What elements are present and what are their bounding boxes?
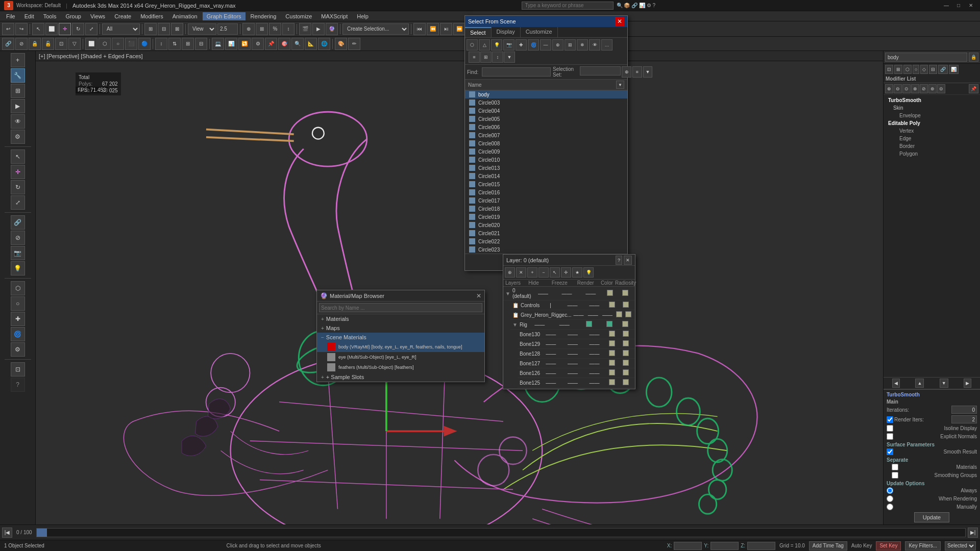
render-last[interactable]: ▶	[312, 23, 325, 35]
sd-btn-targets[interactable]: ⊕	[552, 39, 564, 51]
layer-item-bone129[interactable]: Bone129 —— —— ——	[518, 339, 635, 349]
menu-help[interactable]: Help	[353, 12, 373, 20]
sub-btn-25[interactable]: 🎨	[335, 38, 347, 50]
layer-item-controls[interactable]: 📋 Controls | —— ——	[510, 300, 635, 310]
anim-play[interactable]: ⏮	[413, 23, 426, 35]
render-scene[interactable]: 🎬	[299, 23, 311, 35]
select-region-btn[interactable]: ⬜	[45, 23, 58, 35]
layer-item-bone130[interactable]: Bone130 —— —— ——	[518, 330, 635, 339]
layer-render-default[interactable]: ——	[579, 291, 603, 296]
ml-btn-2[interactable]: ⊖	[894, 84, 902, 93]
ml-btn-6[interactable]: ⊛	[928, 84, 937, 93]
key-filters-btn[interactable]: Key Filters...	[905, 541, 941, 550]
mod-icon-2[interactable]: ⊞	[894, 65, 902, 74]
sort-name-btn[interactable]: ▼	[616, 81, 624, 89]
layer-item-bone106[interactable]: Bone106 —— —— ——	[518, 388, 635, 389]
sub-btn-1[interactable]: 🔗	[2, 38, 14, 50]
mod-icon-8[interactable]: 📊	[949, 65, 959, 74]
layer-item-default[interactable]: ▼ 0 (default) —— —— ——	[503, 287, 635, 300]
select-tab-customize[interactable]: Customize	[521, 27, 558, 37]
percent-snap[interactable]: %	[269, 23, 281, 35]
lc-render-129[interactable]: ——	[583, 341, 605, 347]
menu-views[interactable]: Views	[86, 12, 109, 20]
modifier-edge[interactable]: Edge	[885, 135, 978, 142]
layer-btn[interactable]: ⊠	[171, 23, 183, 35]
select-dialog-list[interactable]: body Circle003 Circle004 Circle005 Circl…	[465, 90, 627, 254]
menu-create[interactable]: Create	[110, 12, 135, 20]
sd-btn-groups[interactable]: ⊞	[565, 39, 576, 51]
select-tab-display[interactable]: Display	[492, 27, 521, 37]
menu-rendering[interactable]: Rendering	[247, 12, 281, 20]
layer-render-greyheron[interactable]: ——	[600, 312, 615, 318]
lc-freeze-127[interactable]: ——	[562, 361, 584, 366]
ml-btn-3[interactable]: ⊙	[902, 84, 911, 93]
rotate-btn[interactable]: ↻	[72, 23, 84, 35]
layer-freeze-controls[interactable]: ——	[561, 303, 583, 308]
sub-btn-13[interactable]: ⇅	[168, 38, 181, 50]
sd-btn-frozen[interactable]: ❄	[577, 39, 588, 51]
list-item-circle016[interactable]: Circle016	[465, 188, 627, 196]
modifier-border[interactable]: Border	[885, 142, 978, 150]
layer-move-btn[interactable]: ✛	[561, 267, 571, 278]
left-light-btn[interactable]: 💡	[11, 261, 25, 276]
when-rendering-radio[interactable]	[887, 495, 893, 502]
list-item-circle022[interactable]: Circle022	[465, 237, 627, 245]
scene-materials-category[interactable]: − Scene Materials	[317, 333, 484, 342]
layer-color-default[interactable]	[603, 290, 618, 297]
list-item-circle023[interactable]: Circle023	[465, 245, 627, 254]
materials-category[interactable]: + Materials	[317, 314, 484, 323]
lock-selection-btn[interactable]: 🔒	[969, 53, 978, 62]
sd-btn-cameras[interactable]: 📷	[503, 39, 514, 51]
command-panel-hierarchy[interactable]: ⊞	[11, 84, 25, 98]
update-button[interactable]: Update	[914, 512, 949, 522]
select-tab-select[interactable]: Select	[465, 27, 492, 37]
modifier-turbosmoothmod[interactable]: TurboSmooth	[885, 96, 978, 104]
list-item-circle019[interactable]: Circle019	[465, 213, 627, 221]
sub-btn-26[interactable]: ✏	[348, 38, 360, 50]
layer-radiosity-rig[interactable]	[617, 321, 633, 328]
left-camera-btn[interactable]: 📷	[11, 246, 25, 260]
sub-btn-20[interactable]: 📌	[265, 38, 277, 50]
sub-btn-16[interactable]: 💻	[212, 38, 224, 50]
manually-radio[interactable]	[887, 504, 893, 510]
modifier-skin[interactable]: Skin	[885, 104, 978, 112]
sd-btn-all[interactable]: ⬡	[467, 39, 478, 51]
select-dialog-close[interactable]: ✕	[615, 17, 624, 26]
left-scale-btn[interactable]: ⤢	[11, 195, 25, 210]
sd-btn-space[interactable]: 🌀	[528, 39, 539, 51]
left-btn-geo[interactable]: ⬡	[11, 281, 25, 295]
layer-color-rig[interactable]	[601, 321, 617, 328]
anim-next[interactable]: ⏩	[453, 23, 465, 35]
sub-btn-14[interactable]: ⊞	[182, 38, 194, 50]
layer-highlight-btn[interactable]: 💡	[583, 267, 594, 278]
sd-btn-shapes[interactable]: △	[479, 39, 490, 51]
sd-icon-view[interactable]: ⊞	[480, 52, 492, 63]
lc-freeze-128[interactable]: ——	[562, 351, 584, 357]
sd-btn-hidden[interactable]: 👁	[589, 39, 600, 51]
align-btn[interactable]: ⊟	[158, 23, 170, 35]
mat-item-feathers[interactable]: feathers (Multi/Sub-Object) [feathers]	[317, 362, 484, 372]
lc-hide-128[interactable]: ——	[540, 351, 562, 357]
sub-btn-24[interactable]: 🌐	[318, 38, 330, 50]
lc-freeze-129[interactable]: ——	[562, 341, 584, 347]
mod-icon-3[interactable]: ⬡	[903, 65, 912, 74]
list-item-circle017[interactable]: Circle017	[465, 196, 627, 205]
list-item-circle009[interactable]: Circle009	[465, 147, 627, 156]
menu-maxscript[interactable]: MAXScript	[317, 12, 352, 20]
select-btn[interactable]: ↖	[32, 23, 44, 35]
sub-btn-4[interactable]: 🔓	[42, 38, 54, 50]
menu-file[interactable]: File	[2, 12, 19, 20]
lc-render-128[interactable]: ——	[583, 351, 605, 357]
lc-freeze-126[interactable]: ——	[562, 370, 584, 376]
lc-hide-130[interactable]: ——	[540, 332, 562, 337]
sub-btn-12[interactable]: ↕	[155, 38, 167, 50]
lc-render-125[interactable]: ——	[583, 380, 605, 386]
layer-freeze-default[interactable]: ——	[555, 291, 579, 296]
stack-scroll-left[interactable]: ◀	[892, 379, 900, 388]
left-btn-shapes[interactable]: ○	[11, 296, 25, 311]
isoline-cb[interactable]	[887, 425, 893, 432]
undo-button[interactable]: ↩	[2, 23, 14, 35]
set-key-btn[interactable]: Set Key	[876, 541, 901, 550]
materials-cb[interactable]	[892, 464, 898, 470]
list-item-body[interactable]: body	[465, 90, 627, 98]
